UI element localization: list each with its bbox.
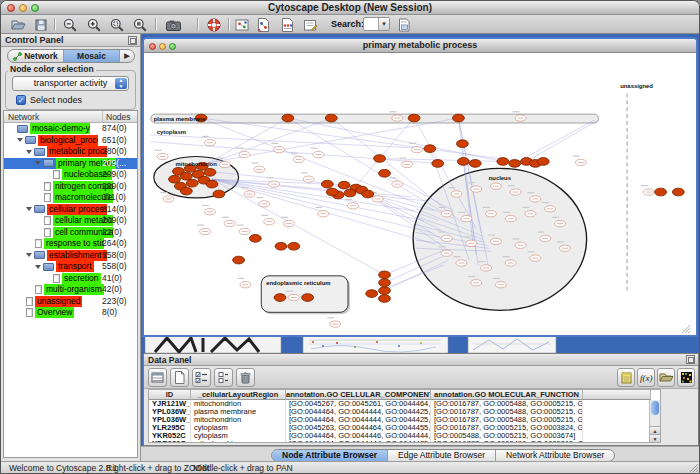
table-cell[interactable]: mitochondrion xyxy=(191,440,286,443)
network-node[interactable] xyxy=(379,295,391,303)
new-attribute-icon[interactable] xyxy=(170,368,189,387)
network-node[interactable] xyxy=(456,140,468,148)
network-node[interactable] xyxy=(457,158,469,166)
network-node[interactable] xyxy=(249,235,261,243)
network-node[interactable] xyxy=(326,188,338,196)
node-color-dropdown[interactable]: transporter activity ▲▼ xyxy=(12,76,129,91)
dropdown-stepper-icon[interactable]: ▲▼ xyxy=(115,78,127,89)
table-cell[interactable]: [GO:0045263, GO:0044464, GO:0044455, G..… xyxy=(286,424,431,432)
table-cell[interactable]: cytoplasm xyxy=(191,424,286,432)
tree-expand-arrow-icon[interactable] xyxy=(35,265,41,269)
search-options-icon[interactable] xyxy=(395,16,413,33)
notepad-icon[interactable] xyxy=(617,368,635,387)
tree-expand-arrow-icon[interactable] xyxy=(26,150,32,154)
network-node[interactable] xyxy=(325,114,337,122)
tab-network-attribute-browser[interactable]: Network Attribute Browser xyxy=(496,450,614,461)
network-node[interactable] xyxy=(432,160,444,168)
network-node[interactable] xyxy=(379,287,391,295)
table-cell[interactable]: [GO:0044464, GO:0044444, GO:0044425, G..… xyxy=(286,408,431,416)
network-view-titlebar[interactable]: primary metabolic process xyxy=(144,39,696,53)
table-row[interactable]: YKR052Ccytoplasm[GO:0044464, GO:0044446,… xyxy=(149,432,660,440)
table-cell[interactable]: [GO:0045267, GO:0045261, GO:0044464, G..… xyxy=(286,400,431,408)
network-tree-row[interactable]: cell communicat22(0) xyxy=(4,227,137,239)
tree-column-nodes[interactable]: Nodes xyxy=(102,111,131,123)
network-node[interactable] xyxy=(408,114,420,122)
help-icon[interactable] xyxy=(205,16,223,33)
import-table-icon[interactable] xyxy=(278,16,296,33)
network-tree-row[interactable]: macromolecule311(0) xyxy=(4,192,137,204)
network-tree-row[interactable]: unassigned223(0) xyxy=(4,296,137,308)
network-canvas[interactable]: plasma membranecytoplasmmitochondrionnuc… xyxy=(144,53,696,335)
tree-expand-arrow-icon[interactable] xyxy=(26,253,32,257)
network-node[interactable] xyxy=(655,188,667,196)
tab-overflow-arrow[interactable]: ▶ xyxy=(120,50,134,62)
network-node[interactable] xyxy=(274,294,286,302)
network-edge[interactable] xyxy=(151,135,430,149)
network-canvas-container[interactable]: plasma membranecytoplasmmitochondrionnuc… xyxy=(144,53,696,335)
network-tree-row[interactable]: multi-organism pro42(0) xyxy=(4,284,137,296)
open-folder-icon[interactable] xyxy=(9,16,27,33)
table-column-header[interactable]: annotation.GO MOLECULAR_FUNCTION xyxy=(431,390,583,400)
table-cell[interactable]: YPL036W__2 xyxy=(149,408,191,416)
network-node[interactable] xyxy=(374,155,386,163)
network-node[interactable] xyxy=(537,158,549,166)
save-icon[interactable] xyxy=(32,16,50,33)
zoom-fit-icon[interactable] xyxy=(131,16,149,33)
network-node[interactable] xyxy=(379,169,391,177)
network-node[interactable] xyxy=(366,290,378,298)
network-node[interactable] xyxy=(180,187,192,195)
search-dropdown-arrow[interactable]: ▾ xyxy=(378,18,389,30)
network-node[interactable] xyxy=(169,175,181,183)
network-tree-row[interactable]: Overview8(0) xyxy=(4,307,137,319)
network-node[interactable] xyxy=(275,242,287,250)
network-tree-row[interactable]: establishment of lo558(0) xyxy=(4,250,137,262)
network-node[interactable] xyxy=(672,188,684,196)
network-tree-row[interactable]: metabolic process280(0) xyxy=(4,146,137,158)
tree-column-network[interactable]: Network xyxy=(8,111,39,123)
table-cell[interactable]: mitochondrion xyxy=(191,416,286,424)
table-cell[interactable]: YPL036W__1 xyxy=(149,416,191,424)
table-column-header[interactable]: ID xyxy=(149,390,191,400)
plasma-membrane-region[interactable] xyxy=(151,114,599,123)
network-tree-row[interactable]: primary metabo209(... xyxy=(4,158,137,170)
table-cell[interactable]: [GO:0016787, GO:0005488, GO:0005215, G..… xyxy=(431,400,583,408)
network-tree-row[interactable]: response to stimul264(0) xyxy=(4,238,137,250)
network-tree-row[interactable]: cellular metabo209(0) xyxy=(4,215,137,227)
annotation-form-icon[interactable] xyxy=(301,16,319,33)
table-column-header[interactable]: annotation.GO CELLULAR_COMPONENT xyxy=(286,390,431,400)
snapshot-icon[interactable] xyxy=(164,16,182,33)
network-node[interactable] xyxy=(497,158,509,166)
table-row[interactable]: YPL036W__2plasma membrane[GO:0044464, GO… xyxy=(149,408,660,416)
table-cell[interactable]: [GO:0016787, GO:0005488, GO:0005215, G..… xyxy=(431,416,583,424)
network-node[interactable] xyxy=(180,172,192,180)
network-tree-row[interactable]: biological_process651(0) xyxy=(4,135,137,147)
network-node[interactable] xyxy=(424,145,436,153)
table-cell[interactable]: cytoplasm xyxy=(191,432,286,440)
network-tree-row[interactable]: secretion41(0) xyxy=(4,273,137,285)
table-cell[interactable]: YDR039C__1 xyxy=(149,440,191,443)
tree-expand-arrow-icon[interactable] xyxy=(26,207,32,211)
delete-attribute-icon[interactable] xyxy=(236,368,255,387)
network-view-frame[interactable]: primary metabolic process plasma membran… xyxy=(142,37,698,337)
select-attributes-icon[interactable] xyxy=(192,368,211,387)
zoom-out-icon[interactable] xyxy=(61,16,79,33)
network-node[interactable] xyxy=(213,190,225,198)
tab-network[interactable]: Network xyxy=(8,50,64,62)
attribute-table-icon[interactable] xyxy=(148,368,167,387)
network-node[interactable] xyxy=(469,160,481,168)
scrollbar-thumb[interactable] xyxy=(651,401,659,415)
network-tree-row[interactable]: mosaic-demo-yeast874(0) xyxy=(4,123,137,135)
table-cell[interactable]: [GO:0016787, GO:0005215, GO:0003824, G..… xyxy=(431,424,583,432)
network-node[interactable] xyxy=(206,180,218,188)
matrix-icon[interactable] xyxy=(677,368,695,387)
network-edge[interactable] xyxy=(201,118,535,163)
table-cell[interactable]: plasma membrane xyxy=(191,408,286,416)
network-tree-row[interactable]: nucleobase-209(0) xyxy=(4,169,137,181)
table-cell[interactable]: YJR121W__1 xyxy=(149,400,191,408)
network-node[interactable] xyxy=(204,168,216,176)
tab-node-attribute-browser[interactable]: Node Attribute Browser xyxy=(272,450,388,461)
network-node[interactable] xyxy=(338,181,350,189)
network-node[interactable] xyxy=(288,242,300,250)
function-builder-icon[interactable]: f(x) xyxy=(637,368,655,387)
search-input[interactable]: ▾ xyxy=(363,17,390,31)
